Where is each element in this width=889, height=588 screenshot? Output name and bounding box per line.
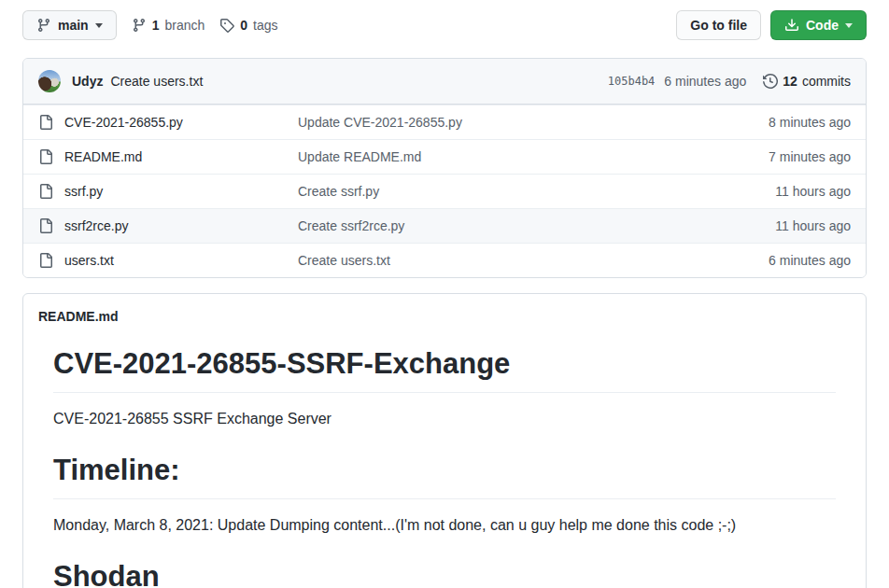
readme-timeline-text: Monday, March 8, 2021: Update Dumping co… <box>53 514 836 537</box>
table-row: ssrf2rce.py Create ssrf2rce.py 11 hours … <box>23 208 866 243</box>
repo-stats: 1 branch 0 tags <box>132 18 278 33</box>
file-time: 11 hours ago <box>711 218 851 233</box>
chevron-down-icon <box>845 23 853 28</box>
branches-count: 1 <box>152 18 160 33</box>
readme-partial-heading: Shodan <box>53 559 836 588</box>
tags-label: tags <box>253 18 277 33</box>
file-time: 8 minutes ago <box>711 115 851 130</box>
chevron-down-icon <box>95 23 103 28</box>
latest-commit-bar: Udyz Create users.txt 105b4b4 6 minutes … <box>23 59 866 105</box>
go-to-file-label: Go to file <box>690 16 747 35</box>
file-name-link[interactable]: ssrf2rce.py <box>53 218 298 233</box>
branches-link[interactable]: 1 branch <box>132 18 205 33</box>
file-time: 7 minutes ago <box>711 149 851 164</box>
table-row: CVE-2021-26855.py Update CVE-2021-26855.… <box>23 105 866 139</box>
commit-message-link[interactable]: Create users.txt <box>110 74 203 89</box>
download-icon <box>784 18 799 33</box>
readme-header: README.md <box>23 294 866 339</box>
tags-count: 0 <box>240 18 247 33</box>
code-button-label: Code <box>806 16 839 35</box>
file-icon <box>38 184 53 199</box>
commit-hash-link[interactable]: 105b4b4 <box>608 75 656 88</box>
file-table-card: Udyz Create users.txt 105b4b4 6 minutes … <box>22 58 867 278</box>
commit-meta: 105b4b4 6 minutes ago 12 commits <box>608 74 851 89</box>
file-name-link[interactable]: CVE-2021-26855.py <box>53 115 298 130</box>
commit-time: 6 minutes ago <box>664 74 746 89</box>
branch-selector-button[interactable]: main <box>22 10 117 40</box>
table-row: ssrf.py Create ssrf.py 11 hours ago <box>23 174 866 208</box>
branches-label: branch <box>164 18 205 33</box>
git-branch-icon <box>36 18 51 33</box>
commit-message-link[interactable]: Update CVE-2021-26855.py <box>298 115 711 130</box>
file-icon <box>38 115 53 130</box>
file-name-link[interactable]: users.txt <box>53 253 298 268</box>
file-icon <box>38 253 53 268</box>
go-to-file-button[interactable]: Go to file <box>676 10 761 40</box>
commits-label: commits <box>802 74 851 89</box>
readme-body: CVE-2021-26855-SSRF-Exchange CVE-2021-26… <box>23 339 866 588</box>
commit-author-link[interactable]: Udyz <box>72 74 103 89</box>
file-name-link[interactable]: ssrf.py <box>53 184 298 199</box>
table-row: README.md Update README.md 7 minutes ago <box>23 139 866 174</box>
file-time: 6 minutes ago <box>711 253 851 268</box>
commit-message-link[interactable]: Create ssrf2rce.py <box>298 218 711 233</box>
repo-page: main 1 branch 0 tags Go to file <box>22 0 867 588</box>
toolbar-right: Go to file Code <box>676 10 867 40</box>
tags-link[interactable]: 0 tags <box>219 18 277 33</box>
readme-intro: CVE-2021-26855 SSRF Exchange Server <box>53 408 836 430</box>
file-name-link[interactable]: README.md <box>53 149 298 164</box>
readme-timeline-heading: Timeline: <box>53 453 836 499</box>
table-row: users.txt Create users.txt 6 minutes ago <box>23 243 866 277</box>
avatar[interactable] <box>38 70 61 92</box>
file-icon <box>38 149 53 164</box>
commit-message-link[interactable]: Update README.md <box>298 149 711 164</box>
commit-message-link[interactable]: Create ssrf.py <box>298 184 711 199</box>
commits-count: 12 <box>783 74 797 89</box>
tag-icon <box>219 18 234 33</box>
readme-title: CVE-2021-26855-SSRF-Exchange <box>53 346 836 393</box>
file-icon <box>38 218 53 233</box>
repo-toolbar: main 1 branch 0 tags Go to file <box>22 10 867 40</box>
git-branch-icon <box>132 18 147 33</box>
readme-file-label[interactable]: README.md <box>38 309 119 324</box>
code-button[interactable]: Code <box>770 10 867 40</box>
file-time: 11 hours ago <box>711 184 851 199</box>
readme-card: README.md CVE-2021-26855-SSRF-Exchange C… <box>22 293 867 588</box>
branch-selector-label: main <box>58 16 89 35</box>
commits-history-link[interactable]: 12 commits <box>763 74 851 89</box>
commit-message-link[interactable]: Create users.txt <box>298 253 711 268</box>
history-icon <box>763 74 778 89</box>
